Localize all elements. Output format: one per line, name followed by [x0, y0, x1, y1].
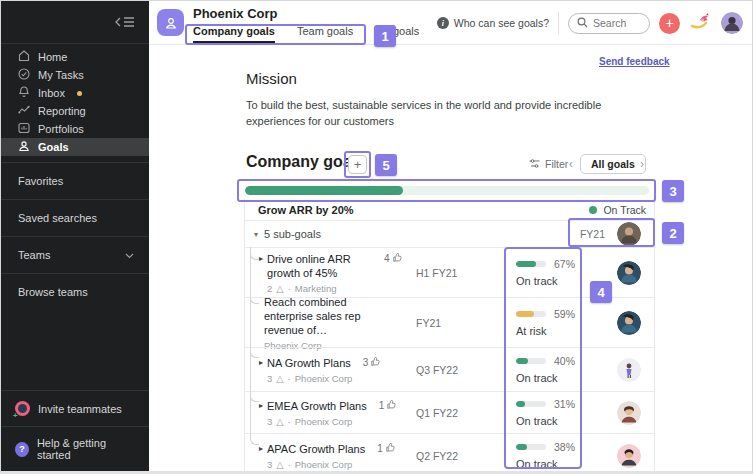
info-icon: i	[437, 17, 449, 29]
expand-arrow-icon[interactable]: ▸	[259, 254, 263, 263]
page-title: Phoenix Corp	[193, 6, 278, 21]
sidebar-section-teams[interactable]: Teams	[1, 237, 149, 273]
subgoal-progress: 67% On track	[516, 258, 594, 287]
check-circle-icon	[18, 68, 30, 82]
filter-icon	[529, 158, 540, 170]
range-prev-button[interactable]: ‹	[569, 157, 573, 171]
home-icon	[18, 50, 30, 64]
subgoal-period: Q1 FY22	[416, 407, 516, 419]
thumbs-up-icon	[371, 357, 380, 368]
inbox-notification-dot	[77, 91, 82, 96]
mission-text: To build the best, sustainable services …	[246, 97, 638, 129]
sidebar-browse-teams[interactable]: Browse teams	[1, 274, 149, 310]
sidebar-item-home[interactable]: Home	[1, 48, 149, 66]
subgoal-meta: 3△·Phoenix Corp	[267, 459, 416, 470]
period-owner-header: FY21	[580, 222, 654, 246]
status-dot	[589, 206, 597, 214]
tab-team-goals[interactable]: Team goals	[297, 25, 353, 43]
subgoal-row: ▸ NA Growth Plans 3 3△·Phoenix Corp Q3 F…	[245, 347, 654, 391]
subgoal-triangle-icon: △	[276, 459, 283, 470]
likes-button[interactable]: 4	[384, 253, 402, 264]
celebration-unicorn-icon[interactable]	[689, 11, 712, 35]
subgoal-name[interactable]: Reach combined enterprise sales rep reve…	[264, 295, 389, 337]
sidebar-item-goals[interactable]: Goals	[1, 138, 149, 156]
help-icon: ?	[15, 442, 29, 457]
invite-teammates-button[interactable]: Invite teammates	[1, 391, 149, 426]
sidebar-item-my-tasks[interactable]: My Tasks	[1, 66, 149, 84]
subgoal-name[interactable]: APAC Growth Plans	[267, 442, 365, 456]
expand-arrow-icon[interactable]: ▸	[259, 358, 263, 367]
subgoals-header-row: ▾ 5 sub-goals FY21	[245, 220, 654, 247]
owner-avatar	[617, 311, 641, 335]
search-box[interactable]	[568, 13, 650, 34]
header-actions: i Who can see goals? +	[437, 1, 743, 45]
annotation-badge-5: 5	[375, 154, 397, 176]
filter-button[interactable]: Filter	[529, 158, 568, 170]
annotation-badge-2: 2	[662, 222, 684, 244]
goal-card: Grow ARR by 20% On Track ▾ 5 sub-goals F…	[244, 199, 655, 474]
send-feedback-link[interactable]: Send feedback	[599, 56, 670, 67]
team-avatar[interactable]	[157, 9, 184, 36]
sidebar-item-portfolios[interactable]: Portfolios	[1, 120, 149, 138]
subgoal-row: Reach combined enterprise sales rep reve…	[245, 297, 654, 347]
thumbs-up-icon	[386, 443, 395, 454]
subgoal-triangle-icon: △	[276, 283, 283, 294]
subgoal-progress: 40% On track	[516, 355, 594, 384]
sidebar-top	[1, 1, 149, 44]
subgoal-progress: 59% At risk	[516, 308, 594, 337]
user-avatar[interactable]	[721, 12, 743, 34]
owner-avatar	[617, 358, 641, 382]
chart-line-icon	[18, 104, 30, 118]
subgoal-meta: 2△·Marketing	[267, 283, 416, 294]
subgoal-progress: 38% On track	[516, 441, 594, 470]
range-next-button[interactable]: ›	[640, 157, 644, 171]
subgoal-row: ▸ EMEA Growth Plans 1 3△·Phoenix Corp Q1…	[245, 391, 654, 433]
sidebar-item-reporting[interactable]: Reporting	[1, 102, 149, 120]
subgoal-name[interactable]: EMEA Growth Plans	[267, 399, 367, 413]
overall-progress-bar	[245, 186, 649, 195]
sidebar-collapse-icon[interactable]	[114, 17, 135, 27]
parent-goal-row[interactable]: Grow ARR by 20% On Track	[245, 199, 654, 220]
subgoal-triangle-icon: △	[276, 373, 283, 384]
sidebar-section-saved-searches[interactable]: Saved searches	[1, 200, 149, 236]
expand-arrow-icon[interactable]: ▸	[259, 401, 263, 410]
owner-avatar	[617, 261, 641, 285]
range-selector[interactable]: All goals	[580, 154, 646, 174]
thumbs-up-icon	[393, 253, 402, 264]
likes-button[interactable]: 3	[363, 357, 381, 368]
subgoal-name[interactable]: Drive online ARR growth of 45%	[267, 252, 372, 280]
likes-button[interactable]: 1	[379, 400, 397, 411]
bell-icon	[18, 86, 30, 100]
sidebar-section-favorites[interactable]: Favorites	[1, 163, 149, 199]
subgoals-toggle[interactable]: ▾ 5 sub-goals	[245, 228, 321, 240]
parent-goal-status: On Track	[589, 204, 646, 216]
help-button[interactable]: ? Help & getting started	[1, 427, 149, 471]
expand-arrow-icon[interactable]: ▸	[259, 444, 263, 453]
subgoal-row: ▸ APAC Growth Plans 1 3△·Phoenix Corp Q2…	[245, 433, 654, 474]
chevron-down-icon	[125, 249, 134, 261]
app-window: Home My Tasks Inbox Reporting Portfolios	[0, 0, 753, 474]
subgoal-triangle-icon: △	[276, 416, 283, 427]
annotation-badge-3: 3	[662, 180, 684, 202]
thumbs-up-icon	[387, 400, 396, 411]
sidebar-bottom: Invite teammates ? Help & getting starte…	[1, 390, 149, 471]
mission-title: Mission	[246, 70, 297, 87]
sidebar-nav: Home My Tasks Inbox Reporting Portfolios	[1, 44, 149, 162]
create-button[interactable]: +	[659, 13, 680, 34]
sidebar-item-inbox[interactable]: Inbox	[1, 84, 149, 102]
subgoal-name[interactable]: NA Growth Plans	[267, 356, 351, 370]
annotation-badge-4: 4	[590, 281, 612, 303]
period-header-label: FY21	[580, 228, 605, 240]
subgoal-period: Q2 FY22	[416, 450, 516, 462]
subgoal-progress: 31% On track	[516, 398, 594, 427]
folder-icon	[18, 122, 30, 136]
likes-button[interactable]: 1	[377, 443, 395, 454]
who-can-see-goals-link[interactable]: i Who can see goals?	[437, 17, 549, 29]
add-goal-button[interactable]: +	[348, 155, 367, 174]
search-input[interactable]	[593, 17, 643, 29]
tab-company-goals[interactable]: Company goals	[193, 25, 275, 43]
sidebar: Home My Tasks Inbox Reporting Portfolios	[1, 1, 149, 471]
person-icon	[18, 140, 30, 154]
parent-goal-name[interactable]: Grow ARR by 20%	[258, 204, 354, 216]
overall-progress-fill	[245, 186, 403, 195]
